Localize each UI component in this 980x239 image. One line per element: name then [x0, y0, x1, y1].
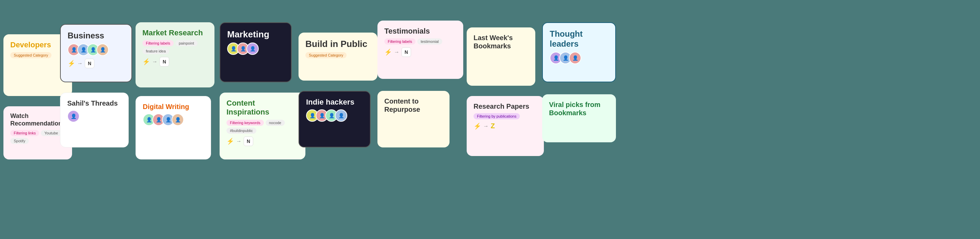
card-content-repurpose[interactable]: Content to Repurpose — [377, 91, 450, 147]
avatar-sahil: 👤 — [67, 110, 80, 122]
build-in-public-badges: Suggested Category — [305, 52, 371, 58]
indie-avatars: 👤 👤 👤 👤 — [306, 109, 363, 122]
business-flow: ⚡ → N — [68, 59, 124, 68]
badge-feature-idea: feature idea — [142, 48, 169, 54]
arrow-icon-5: → — [483, 123, 488, 129]
research-badges: Filtering by publications — [474, 113, 537, 119]
content-inspirations-badges: Filtering keywords nocode #buildinpublic — [226, 120, 299, 134]
lightning-icon-5: ⚡ — [474, 122, 481, 130]
content-inspirations-title: Content Inspirations — [226, 99, 299, 117]
market-flow: ⚡ → N — [142, 57, 208, 66]
notion-icon-4: N — [401, 47, 411, 57]
sahil-title: Sahil's Threads — [67, 99, 121, 107]
content-repurpose-title: Content to Repurpose — [384, 97, 443, 114]
card-research[interactable]: Research Papers Filtering by publication… — [467, 96, 544, 156]
lightning-icon-3: ⚡ — [226, 138, 234, 145]
watch-badges: Filtering links Youtube Spotify — [10, 130, 65, 144]
build-in-public-title: Build in Public — [305, 39, 371, 49]
badge-testimonial: testimonial — [417, 38, 442, 44]
digital-title: Digital Writing — [143, 103, 204, 111]
business-avatars: 👤 👤 👤 👤 — [68, 44, 124, 56]
market-title: Market Research — [142, 28, 208, 37]
notion-icon-2: N — [159, 57, 169, 66]
card-marketing[interactable]: Marketing 👤 👤 👤 — [220, 22, 292, 82]
market-badges: Filtering labels painpoint feature idea — [142, 40, 208, 54]
badge-suggested-cat: Suggested Category — [305, 52, 347, 58]
arrow-icon-4: → — [394, 49, 399, 55]
card-build-in-public[interactable]: Build in Public Suggested Category — [299, 33, 377, 81]
developers-title: Developers — [10, 40, 65, 49]
canvas: Developers Suggested Category Watch Reco… — [0, 0, 980, 239]
badge-painpoint: painpoint — [175, 40, 198, 46]
card-sahil[interactable]: Sahil's Threads 👤 — [60, 93, 129, 147]
badge-suggested: Suggested Category — [10, 52, 51, 58]
indie-title: Indie hackers — [306, 98, 363, 107]
avatar-i4: 👤 — [335, 109, 347, 122]
marketing-avatars: 👤 👤 👤 — [227, 43, 284, 55]
business-title: Business — [68, 31, 124, 41]
digital-avatars: 👤 👤 👤 👤 — [143, 114, 204, 126]
research-flow: ⚡ → Z — [474, 122, 537, 130]
arrow-icon-3: → — [236, 138, 242, 144]
lightning-icon: ⚡ — [68, 60, 75, 67]
thought-leaders-title: Thought leaders — [550, 29, 608, 49]
developers-badges: Suggested Category — [10, 52, 65, 58]
badge-filtering-pubs: Filtering by publications — [474, 113, 520, 119]
thought-leaders-avatars: 👤 👤 👤 — [550, 52, 608, 64]
notion-icon-3: N — [243, 136, 253, 146]
card-indie[interactable]: Indie hackers 👤 👤 👤 👤 — [299, 91, 371, 147]
arrow-icon-2: → — [152, 59, 158, 65]
badge-buildinpublic: #buildinpublic — [226, 128, 256, 134]
badge-spotify: Spotify — [10, 138, 29, 144]
avatar-m3: 👤 — [247, 43, 259, 55]
badge-youtube: Youtube — [41, 130, 61, 136]
card-digital[interactable]: Digital Writing 👤 👤 👤 👤 — [135, 96, 211, 160]
testimonials-title: Testimonials — [384, 27, 457, 36]
badge-filtering-keywords: Filtering keywords — [226, 120, 264, 126]
card-last-week[interactable]: Last Week's Bookmarks — [467, 27, 535, 86]
card-viral[interactable]: Viral picks from Bookmarks — [542, 94, 616, 142]
last-week-title: Last Week's Bookmarks — [474, 33, 528, 50]
badge-filtering-labels: Filtering labels — [142, 40, 173, 46]
sahil-avatars: 👤 — [67, 110, 121, 122]
lightning-icon-2: ⚡ — [142, 58, 150, 65]
badge-nocode: nocode — [266, 120, 285, 126]
viral-title: Viral picks from Bookmarks — [549, 100, 609, 117]
avatar-4: 👤 — [96, 44, 109, 56]
card-testimonials[interactable]: Testimonials Filtering labels testimonia… — [377, 21, 463, 79]
card-content-inspirations[interactable]: Content Inspirations Filtering keywords … — [220, 93, 305, 160]
avatar-d4: 👤 — [172, 114, 184, 126]
content-inspirations-flow: ⚡ → N — [226, 136, 299, 146]
testimonials-badges: Filtering labels testimonial — [384, 38, 457, 44]
badge-filtering-links: Filtering links — [10, 130, 39, 136]
card-business[interactable]: Business 👤 👤 👤 👤 ⚡ → N — [60, 24, 132, 82]
zap-z-icon: Z — [491, 122, 495, 130]
card-thought-leaders[interactable]: Thought leaders 👤 👤 👤 — [542, 22, 616, 82]
badge-filtering-labels-t: Filtering labels — [384, 38, 415, 44]
card-market[interactable]: Market Research Filtering labels painpoi… — [135, 22, 215, 87]
lightning-icon-4: ⚡ — [384, 48, 392, 56]
watch-title: Watch Recommendations — [10, 112, 65, 127]
testimonials-flow: ⚡ → N — [384, 47, 457, 57]
avatar-tl3: 👤 — [569, 52, 581, 64]
arrow-icon: → — [77, 60, 83, 66]
marketing-title: Marketing — [227, 29, 284, 40]
research-title: Research Papers — [474, 102, 537, 111]
notion-icon: N — [85, 59, 94, 68]
